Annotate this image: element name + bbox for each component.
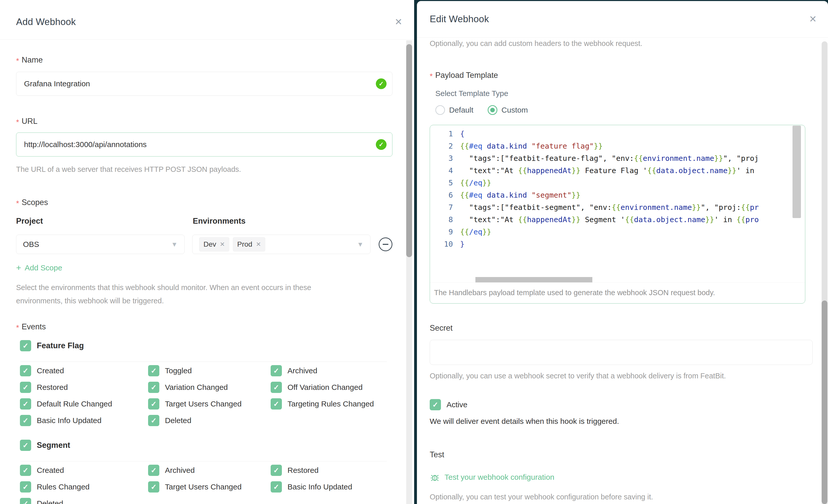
- event-checkbox-row: ✓Target Users Changed: [148, 481, 271, 493]
- radio-circle-icon: [435, 105, 445, 115]
- event-checkbox-row: ✓Restored: [20, 382, 148, 393]
- checkbox[interactable]: ✓: [271, 382, 282, 393]
- checkbox[interactable]: ✓: [148, 481, 159, 493]
- events-label: * Events: [16, 322, 392, 331]
- event-checkbox-row: ✓Toggled: [148, 365, 271, 376]
- test-webhook-link[interactable]: Test your webhook configuration: [430, 471, 813, 483]
- active-checkbox-row: ✓ Active: [430, 399, 813, 410]
- checkbox-label: Target Users Changed: [165, 400, 242, 408]
- event-checkbox-row: ✓Targeting Rules Changed: [271, 398, 392, 410]
- test-label: Test: [430, 450, 813, 459]
- checkbox-label: Archived: [165, 466, 195, 475]
- code-line: 4 "text":"At {{happenedAt}} Feature Flag…: [430, 164, 805, 177]
- project-label: Project: [16, 216, 193, 226]
- add-scope-button[interactable]: + Add Scope: [16, 263, 392, 273]
- payload-template-help-text: The Handlebars payload template used to …: [434, 289, 715, 297]
- checkbox[interactable]: ✓: [148, 382, 159, 393]
- event-checkbox-row: ✓Created: [20, 465, 148, 476]
- required-marker: *: [430, 72, 433, 81]
- line-number: 4: [430, 164, 460, 177]
- checkbox[interactable]: ✓: [271, 465, 282, 476]
- event-checkbox-row: ✓Off Variation Changed: [271, 382, 392, 393]
- url-input-value: http://localhost:3000/api/annotations: [24, 140, 147, 149]
- right-panel-scrollbar[interactable]: [822, 41, 827, 504]
- checkbox[interactable]: ✓: [20, 340, 31, 351]
- environment-tag: Dev✕: [199, 237, 229, 251]
- checkbox[interactable]: ✓: [271, 365, 282, 376]
- event-checkbox-row: ✓Basic Info Updated: [271, 481, 392, 493]
- remove-scope-button[interactable]: [379, 238, 392, 251]
- add-webhook-content: * Name Grafana Integration ✓ * URL http:…: [0, 55, 414, 504]
- checkbox-label: Rules Changed: [37, 482, 90, 491]
- code-text: {{/eq}}: [460, 226, 805, 238]
- checkbox-label: Created: [37, 466, 64, 475]
- url-input[interactable]: http://localhost:3000/api/annotations ✓: [16, 132, 392, 157]
- code-line: 6{{#eq data.kind "segment"}}: [430, 189, 805, 201]
- active-label: Active: [447, 400, 467, 409]
- editor-vertical-scrollbar[interactable]: [792, 126, 801, 218]
- checkbox[interactable]: ✓: [20, 465, 31, 476]
- code-text: "text":"At {{happenedAt}} Segment '{{dat…: [460, 213, 805, 226]
- checkbox[interactable]: ✓: [20, 481, 31, 493]
- tag-close-icon[interactable]: ✕: [256, 241, 261, 248]
- divider: [20, 461, 387, 461]
- line-number: 10: [430, 238, 460, 250]
- checkbox[interactable]: ✓: [20, 440, 31, 451]
- checkbox-label: Deleted: [37, 499, 63, 504]
- checkbox[interactable]: ✓: [271, 481, 282, 493]
- event-checkbox-row: ✓Segment: [20, 440, 392, 451]
- template-type-radio-default[interactable]: Default: [435, 105, 473, 115]
- headers-help-text: Optionally, you can add custom headers t…: [430, 39, 813, 48]
- checkbox[interactable]: ✓: [148, 398, 159, 410]
- event-checkbox-row: ✓Deleted: [20, 498, 148, 504]
- name-label: * Name: [16, 55, 392, 65]
- tag-close-icon[interactable]: ✕: [220, 241, 225, 248]
- code-line: 10}: [430, 238, 805, 250]
- checkbox[interactable]: ✓: [20, 382, 31, 393]
- checkbox[interactable]: ✓: [148, 465, 159, 476]
- close-icon[interactable]: ✕: [809, 14, 817, 24]
- name-input[interactable]: Grafana Integration ✓: [16, 72, 392, 96]
- close-icon[interactable]: ✕: [395, 17, 402, 27]
- secret-input[interactable]: [430, 340, 813, 365]
- left-panel-scrollbar[interactable]: [406, 40, 412, 504]
- line-number: 5: [430, 177, 460, 189]
- project-select[interactable]: OBS ▼: [16, 235, 184, 254]
- checkbox-label: Created: [37, 366, 64, 375]
- valid-check-icon: ✓: [376, 139, 386, 150]
- checkbox-label: Toggled: [165, 366, 192, 375]
- checkbox[interactable]: ✓: [271, 398, 282, 410]
- event-checkbox-row: ✓Target Users Changed: [148, 398, 271, 410]
- code-line: 9{{/eq}}: [430, 226, 805, 238]
- page-title: Edit Webhook: [430, 14, 489, 25]
- checkbox[interactable]: ✓: [20, 365, 31, 376]
- select-template-type-label: Select Template Type: [435, 89, 813, 98]
- checkbox[interactable]: ✓: [148, 415, 159, 426]
- code-line: 5{{/eq}}: [430, 177, 805, 189]
- environments-select[interactable]: Dev✕Prod✕ ▼: [192, 235, 370, 254]
- left-panel-scrollbar-thumb[interactable]: [406, 44, 412, 257]
- editor-horizontal-scrollbar[interactable]: [475, 277, 592, 282]
- chevron-down-icon: ▼: [357, 241, 364, 248]
- payload-template-editor[interactable]: 1{2{{#eq data.kind "feature flag"}}3 "ta…: [430, 125, 805, 303]
- event-checkbox-row: ✓Archived: [148, 465, 271, 476]
- checkbox[interactable]: ✓: [20, 498, 31, 504]
- checkbox-label: Restored: [288, 466, 319, 475]
- event-checkbox-row: ✓Restored: [271, 465, 392, 476]
- edit-webhook-header: Edit Webhook ✕: [417, 1, 828, 38]
- checkbox-label: Basic Info Updated: [288, 482, 353, 491]
- right-panel-scrollbar-thumb[interactable]: [822, 300, 827, 504]
- code-line: 1{: [430, 128, 805, 140]
- template-type-radio-custom[interactable]: Custom: [488, 105, 528, 115]
- active-checkbox[interactable]: ✓: [430, 399, 441, 410]
- checkbox[interactable]: ✓: [20, 415, 31, 426]
- checkbox[interactable]: ✓: [20, 398, 31, 410]
- checkbox[interactable]: ✓: [148, 365, 159, 376]
- bug-icon: [430, 472, 440, 482]
- checkbox-label: Feature Flag: [37, 341, 84, 350]
- secret-label: Secret: [430, 324, 813, 333]
- event-checkbox-row: ✓Deleted: [148, 415, 271, 426]
- radio-label: Default: [449, 106, 473, 114]
- active-note: We will deliver event details when this …: [430, 417, 813, 426]
- code-area[interactable]: 1{2{{#eq data.kind "feature flag"}}3 "ta…: [430, 125, 805, 283]
